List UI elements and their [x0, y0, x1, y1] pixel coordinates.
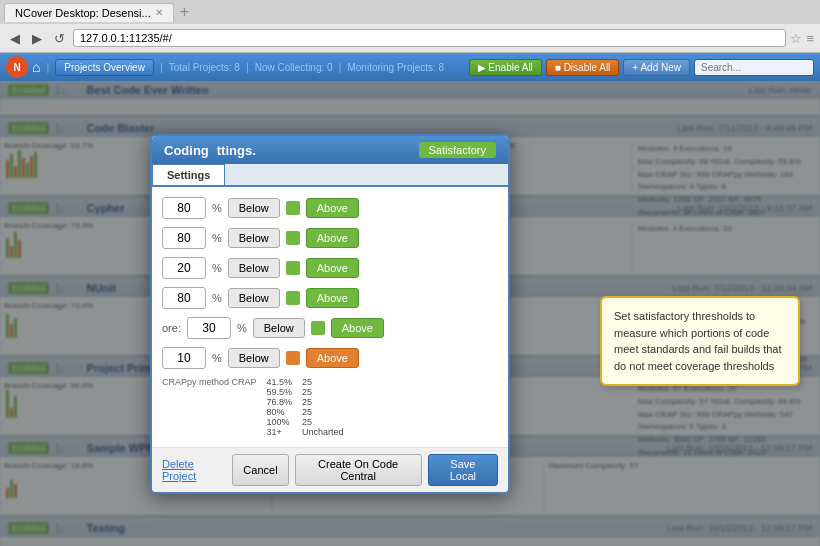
tab-bar: NCover Desktop: Desensi... ✕ +	[0, 0, 820, 24]
delete-project-link[interactable]: Delete Project	[162, 458, 226, 482]
save-local-button[interactable]: Save Local	[428, 454, 498, 486]
disable-all-button[interactable]: ■ Disable All	[546, 59, 620, 76]
crap-method-label: CRAPpy method CRAP	[162, 377, 257, 387]
above-color-6	[286, 351, 300, 365]
coding-settings-modal: Coding ttings. Satisfactory Settings % B…	[150, 134, 510, 494]
above-color-4	[286, 291, 300, 305]
menu-icon[interactable]: ≡	[806, 31, 814, 46]
home-icon[interactable]: ⌂	[32, 59, 40, 75]
app-toolbar: N ⌂ | Projects Overview | Total Projects…	[0, 53, 820, 81]
crap-ranges: 25 25 25 25 25 Uncharted	[302, 377, 344, 437]
above-color-3	[286, 261, 300, 275]
threshold-input-4[interactable]	[162, 287, 206, 309]
tab-close-icon[interactable]: ✕	[155, 7, 163, 18]
threshold-input-2[interactable]	[162, 227, 206, 249]
above-btn-5[interactable]: Above	[331, 318, 384, 338]
threshold-row-1: % Below Above	[162, 197, 498, 219]
back-button[interactable]: ◀	[6, 29, 24, 48]
above-color-1	[286, 201, 300, 215]
threshold-input-1[interactable]	[162, 197, 206, 219]
crap-data: 41.5% 59.5% 76.8% 80% 100% 31+	[267, 377, 293, 437]
nav-bar: ◀ ▶ ↺ ☆ ≡	[0, 24, 820, 52]
threshold-row-2: % Below Above	[162, 227, 498, 249]
monitoring-count: Monitoring Projects: 8	[347, 62, 444, 73]
star-icon[interactable]: ☆	[790, 31, 802, 46]
enable-all-button[interactable]: ▶ Enable All	[469, 59, 542, 76]
total-projects-count: Total Projects: 8	[169, 62, 240, 73]
pct-label-2: %	[212, 232, 222, 244]
refresh-button[interactable]: ↺	[50, 29, 69, 48]
annotation-text: Set satisfactory thresholds to measure w…	[614, 310, 782, 372]
threshold-row-3: % Below Above	[162, 257, 498, 279]
cancel-button[interactable]: Cancel	[232, 454, 288, 486]
below-btn-2[interactable]: Below	[228, 228, 280, 248]
main-content: Enabled 1↕ ⚙ Best Code Ever Written Last…	[0, 81, 820, 546]
above-btn-1[interactable]: Above	[306, 198, 359, 218]
toolbar-separator-3: |	[246, 61, 249, 73]
create-on-code-central-button[interactable]: Create On Code Central	[295, 454, 422, 486]
threshold-row-5: ore: % Below Above	[162, 317, 498, 339]
app-logo: N	[6, 56, 28, 78]
below-btn-4[interactable]: Below	[228, 288, 280, 308]
crap-label: CRAPpy method CRAP	[162, 377, 257, 437]
satisfactory-badge: Satisfactory	[419, 142, 496, 158]
modal-body: % Below Above % Below Above % Be	[152, 187, 508, 447]
pct-label-3: %	[212, 262, 222, 274]
tab-label: NCover Desktop: Desensi...	[15, 7, 151, 19]
search-input[interactable]	[694, 59, 814, 76]
projects-overview-button[interactable]: Projects Overview	[55, 59, 154, 76]
above-btn-2[interactable]: Above	[306, 228, 359, 248]
new-tab-icon[interactable]: +	[180, 3, 189, 21]
above-btn-3[interactable]: Above	[306, 258, 359, 278]
pct-label-1: %	[212, 202, 222, 214]
forward-button[interactable]: ▶	[28, 29, 46, 48]
threshold-input-6[interactable]	[162, 347, 206, 369]
above-btn-6[interactable]: Above	[306, 348, 359, 368]
browser-tab[interactable]: NCover Desktop: Desensi... ✕	[4, 3, 174, 22]
threshold-input-3[interactable]	[162, 257, 206, 279]
tab-settings[interactable]: Settings	[152, 164, 225, 185]
below-btn-6[interactable]: Below	[228, 348, 280, 368]
toolbar-separator: |	[46, 61, 49, 73]
modal-header: Coding ttings. Satisfactory	[152, 136, 508, 164]
above-color-2	[286, 231, 300, 245]
address-bar[interactable]	[73, 29, 786, 47]
add-new-button[interactable]: + Add New	[623, 59, 690, 76]
now-collecting-count: Now Collecting: 0	[255, 62, 333, 73]
below-btn-3[interactable]: Below	[228, 258, 280, 278]
pct-label-6: %	[212, 352, 222, 364]
modal-footer: Delete Project Cancel Create On Code Cen…	[152, 447, 508, 492]
crap-section: CRAPpy method CRAP 41.5% 59.5% 76.8% 80%…	[162, 377, 498, 437]
threshold-row-6: % Below Above	[162, 347, 498, 369]
toolbar-separator-4: |	[339, 61, 342, 73]
modal-title: Coding	[164, 143, 209, 158]
nav-icons: ☆ ≡	[790, 31, 814, 46]
below-btn-1[interactable]: Below	[228, 198, 280, 218]
browser-chrome: NCover Desktop: Desensi... ✕ + ◀ ▶ ↺ ☆ ≡	[0, 0, 820, 53]
footer-buttons: Cancel Create On Code Central Save Local	[232, 454, 498, 486]
above-btn-4[interactable]: Above	[306, 288, 359, 308]
annotation-box: Set satisfactory thresholds to measure w…	[600, 296, 800, 386]
pct-label-4: %	[212, 292, 222, 304]
modal-overlay: Coding ttings. Satisfactory Settings % B…	[0, 81, 820, 546]
toolbar-separator-2: |	[160, 61, 163, 73]
below-btn-5[interactable]: Below	[253, 318, 305, 338]
modal-tabs: Settings	[152, 164, 508, 187]
threshold-input-5[interactable]	[187, 317, 231, 339]
ore-label: ore:	[162, 322, 181, 334]
threshold-row-4: % Below Above	[162, 287, 498, 309]
pct-label-5: %	[237, 322, 247, 334]
modal-subtitle: ttings.	[217, 143, 256, 158]
above-color-5	[311, 321, 325, 335]
